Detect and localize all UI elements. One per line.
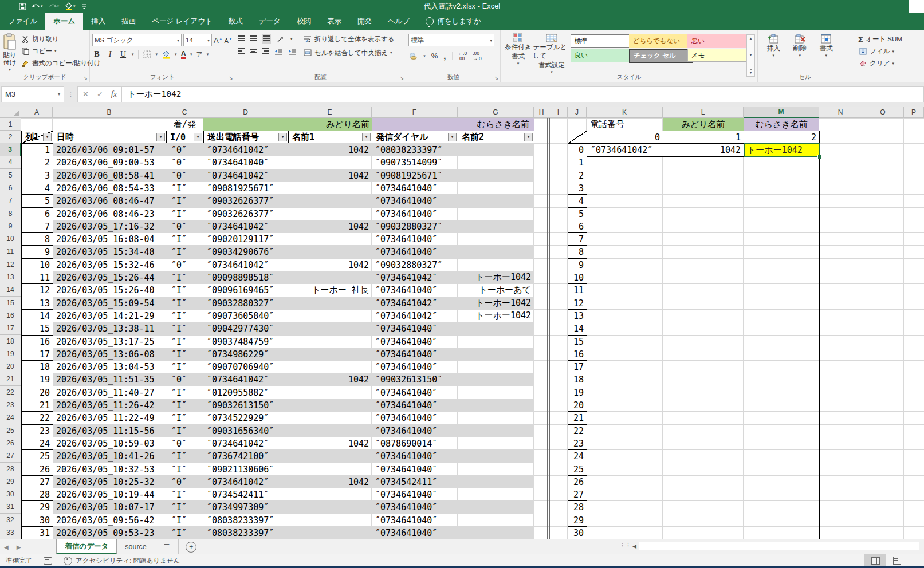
insert-function-icon[interactable]: fx: [111, 90, 117, 99]
row-header-33[interactable]: 33: [0, 526, 21, 539]
cell-K1[interactable]: 電話番号: [587, 118, 663, 131]
cell-J26[interactable]: 23: [568, 437, 587, 451]
formula-input[interactable]: トーホー1042: [122, 86, 924, 102]
cell-D32[interactable]: ″08038233397″: [203, 514, 288, 527]
sheet-nav-right-icon[interactable]: ▶: [13, 539, 25, 554]
cell-E3[interactable]: 1042: [288, 143, 372, 156]
cell-D1-E1-green-band[interactable]: みどり名前: [203, 118, 372, 131]
cell-D4[interactable]: ″0734641040″: [203, 156, 288, 169]
cell-C14[interactable]: ″I″: [166, 283, 203, 297]
cell-C1[interactable]: 着/発: [166, 118, 203, 131]
column-header-N[interactable]: N: [819, 107, 862, 118]
cell-F9[interactable]: ″09032880327″: [372, 220, 458, 233]
cell-B23[interactable]: 2026/03/05_11:26-42: [53, 399, 166, 412]
filter-icon-E2[interactable]: ▼: [362, 133, 371, 141]
cell-F33[interactable]: ″0734641040″: [372, 526, 458, 539]
cell-J19[interactable]: 16: [568, 348, 587, 361]
cell-C6[interactable]: ″I″: [166, 182, 203, 195]
ribbon-tab-file[interactable]: ファイル: [0, 13, 45, 30]
cell-D11[interactable]: ″09034290676″: [203, 245, 288, 258]
row-header-14[interactable]: 14: [0, 283, 21, 297]
row-header-25[interactable]: 25: [0, 424, 21, 437]
cell-C33[interactable]: ″I″: [166, 526, 203, 539]
sheet-tab-source[interactable]: source: [117, 539, 155, 554]
font-dialog-launcher-icon[interactable]: ↘: [229, 76, 233, 81]
ribbon-tab-校閲[interactable]: 校閲: [289, 13, 319, 30]
cell-C11[interactable]: ″I″: [166, 245, 203, 258]
row-header-21[interactable]: 21: [0, 373, 21, 386]
cell-A29[interactable]: 27: [21, 475, 53, 489]
cell-J25[interactable]: 22: [568, 424, 587, 438]
cell-F20[interactable]: ″0734641040″: [372, 360, 458, 373]
cell-F25[interactable]: ″0734641040″: [372, 424, 458, 437]
cell-B14[interactable]: 2026/03/05_15:26-40: [53, 283, 166, 297]
shrink-font-icon[interactable]: A▼: [225, 37, 233, 44]
row-header-20[interactable]: 20: [0, 360, 21, 373]
underline-dropdown-icon[interactable]: ▾: [132, 52, 134, 57]
cell-D10[interactable]: ″09020129117″: [203, 232, 288, 246]
column-header-K[interactable]: K: [587, 107, 663, 118]
cell-F29[interactable]: ″0734542411″: [372, 475, 458, 488]
accounting-dropdown-icon[interactable]: ▾: [423, 54, 426, 58]
table-header-C2[interactable]: I/0▼: [166, 131, 204, 144]
cell-D8[interactable]: ″09032626377″: [203, 207, 288, 220]
cell-J2[interactable]: [568, 131, 587, 144]
cell-F15[interactable]: ″0734641042″: [372, 297, 458, 310]
cell-F3[interactable]: ″08038233397″: [372, 143, 458, 156]
cell-B6[interactable]: 2026/03/06_08:54-33: [53, 182, 166, 195]
cell-B24[interactable]: 2026/03/05_11:22-49: [53, 411, 166, 424]
column-header-J[interactable]: J: [568, 107, 587, 118]
fill-handle[interactable]: [817, 155, 822, 159]
row-header-13[interactable]: 13: [0, 271, 21, 284]
column-header-O[interactable]: O: [862, 107, 904, 118]
cell-B26[interactable]: 2026/03/05_10:59-03: [53, 437, 166, 450]
column-header-D[interactable]: D: [203, 107, 288, 118]
cell-C7[interactable]: ″I″: [166, 194, 203, 207]
format-painter-button[interactable]: 書式のコピー/貼り付け: [21, 58, 101, 68]
scroll-left-icon[interactable]: ◀: [630, 543, 639, 549]
column-header-E[interactable]: E: [288, 107, 372, 118]
cell-D26[interactable]: ″0734641042″: [203, 437, 288, 450]
cell-C30[interactable]: ″I″: [166, 488, 203, 501]
cell-C12[interactable]: ″0″: [166, 258, 203, 271]
cell-J27[interactable]: 24: [568, 449, 587, 463]
column-header-P[interactable]: P: [904, 107, 924, 118]
font-color-dropdown-icon[interactable]: ▾: [190, 52, 192, 57]
cell-E26[interactable]: 1042: [288, 437, 372, 450]
gallery-down-icon[interactable]: ▾: [750, 53, 752, 57]
alignment-dialog-launcher-icon[interactable]: ↘: [400, 76, 404, 81]
cell-F7[interactable]: ″0734641040″: [372, 194, 458, 207]
ribbon-tab-データ[interactable]: データ: [251, 13, 289, 30]
cell-C5[interactable]: ″0″: [166, 169, 203, 182]
cell-A20[interactable]: 18: [21, 360, 53, 374]
underline-button[interactable]: U: [119, 50, 128, 59]
cell-J13[interactable]: 10: [568, 271, 587, 285]
cell-style-4[interactable]: 良い: [571, 49, 634, 62]
cell-F18[interactable]: ″0734641040″: [372, 335, 458, 348]
cell-A5[interactable]: 3: [21, 169, 53, 183]
row-header-16[interactable]: 16: [0, 309, 21, 322]
cell-B9[interactable]: 2026/03/05_17:16-32: [53, 220, 166, 233]
bold-button[interactable]: B: [92, 50, 101, 59]
cell-C3[interactable]: ″0″: [166, 143, 203, 156]
cell-D22[interactable]: ″0120955882″: [203, 386, 288, 399]
cell-A33[interactable]: 31: [21, 526, 53, 539]
cell-B8[interactable]: 2026/03/06_08:46-23: [53, 207, 166, 220]
cell-A32[interactable]: 30: [21, 514, 53, 527]
cell-A25[interactable]: 23: [21, 424, 53, 438]
cell-J20[interactable]: 17: [568, 360, 587, 374]
cell-style-2[interactable]: どちらでもない: [629, 34, 692, 48]
cell-D29[interactable]: ″0734641042″: [203, 475, 288, 488]
increase-decimal-icon[interactable]: ←.0.00: [458, 51, 467, 61]
cell-J10[interactable]: 7: [568, 232, 587, 246]
cell-D30[interactable]: ″0734542411″: [203, 488, 288, 501]
cell-J11[interactable]: 8: [568, 245, 587, 259]
ruby-icon[interactable]: ア: [196, 50, 202, 59]
table-header-A2[interactable]: 列1▼: [21, 131, 53, 144]
number-dialog-launcher-icon[interactable]: ↘: [494, 76, 499, 81]
row-header-23[interactable]: 23: [0, 399, 21, 412]
cell-C26[interactable]: ″0″: [166, 437, 203, 450]
ribbon-tab-描画[interactable]: 描画: [113, 13, 144, 30]
cell-F30[interactable]: ″0734641040″: [372, 488, 458, 501]
row-header-18[interactable]: 18: [0, 335, 21, 348]
